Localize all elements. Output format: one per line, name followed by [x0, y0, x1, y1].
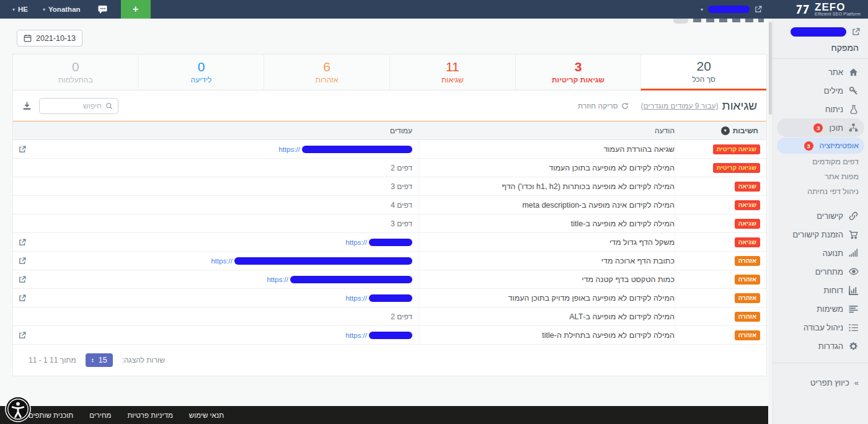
open-site-external-link-icon[interactable]	[852, 28, 860, 36]
page-url-link[interactable]: https://	[345, 332, 412, 339]
page-url-link[interactable]: https://	[278, 146, 412, 153]
pages-cell: 3 דפים	[13, 214, 418, 232]
open-page-external-link-icon[interactable]	[19, 257, 26, 265]
tab-סך הכל[interactable]: 20סך הכל	[640, 55, 766, 91]
open-page-external-link-icon[interactable]	[19, 146, 26, 153]
message-cell: המילה לקידום לא מופיעה בתוכן העמוד	[418, 159, 675, 177]
navbar-right: ▾ ZEFO Efficient SEO Platform	[701, 2, 868, 16]
tab-אזהרות[interactable]: 6אזהרות	[264, 55, 389, 91]
sidebar-item-label: משימות	[817, 304, 843, 314]
rows-per-page-select[interactable]: 15 ▲▼	[86, 353, 113, 367]
collapse-menu-button[interactable]: » כיווץ תפריט	[773, 373, 868, 392]
tab-count: 6	[323, 60, 330, 74]
open-page-external-link-icon[interactable]	[19, 294, 26, 302]
tab-שגיאות[interactable]: 11שגיאות	[389, 55, 515, 91]
page-url-link[interactable]: https://	[345, 239, 412, 246]
severity-badge: שגיאה	[735, 182, 760, 192]
severity-badge: שגיאה קריטית	[713, 163, 760, 173]
user-label: Yonathan	[48, 6, 81, 13]
url-redacted	[369, 332, 412, 339]
language-dropdown[interactable]: ▾ HE	[12, 6, 28, 13]
message-cell: שגיאה בהורדת העמוד	[418, 140, 675, 158]
chevron-down-icon: ▾	[43, 7, 45, 12]
site-name-redacted[interactable]	[708, 6, 750, 13]
tab-שגיאות קריטיות[interactable]: 3שגיאות קריטיות	[515, 55, 641, 91]
sitemap-icon	[848, 123, 859, 132]
language-label: HE	[18, 6, 28, 13]
links-icon	[848, 211, 859, 221]
accessibility-button[interactable]	[5, 396, 31, 422]
footer-link[interactable]: תנאי שימוש	[189, 412, 224, 419]
site-name-redacted[interactable]	[790, 27, 846, 37]
pages-cell: 2 דפים	[13, 159, 418, 177]
rescan-button[interactable]: סריקה חוזרת	[578, 102, 629, 110]
footer-link[interactable]: מדיניות פרטיות	[127, 412, 172, 419]
add-button[interactable]: +	[121, 0, 151, 19]
open-page-external-link-icon[interactable]	[19, 276, 26, 283]
user-dropdown[interactable]: ▾ Yonathan	[43, 6, 81, 13]
sidebar-item-ניתוח[interactable]: ניתוח	[773, 100, 868, 118]
download-icon[interactable]	[22, 101, 32, 110]
top-navbar: ▾ HE ▾ Yonathan + ▾ ZEFO Efficient SEO P…	[0, 0, 868, 19]
site-dropdown-caret-icon[interactable]: ▾	[701, 7, 703, 12]
date-picker-button[interactable]: 2021-10-13	[17, 30, 82, 46]
traffic-icon	[848, 249, 859, 257]
tab-count: 20	[696, 60, 711, 73]
page-url-link[interactable]: https://	[267, 276, 412, 283]
page-url-link[interactable]: https://	[345, 294, 412, 302]
sort-descending-icon[interactable]: ▼	[721, 126, 730, 135]
sidebar-item-קישורים[interactable]: קישורים	[773, 206, 868, 225]
sidebar-item-label: מילים	[824, 86, 843, 95]
column-header-importance[interactable]: חשיבות ▼	[675, 126, 766, 135]
sidebar-item-ניהול עבודה[interactable]: ניהול עבודה	[773, 318, 868, 337]
footer-link[interactable]: מחירים	[89, 412, 111, 419]
pages-count: 2 דפים	[391, 164, 412, 172]
sidebar-item-מילים[interactable]: מילים	[773, 81, 868, 100]
pages-count: 3 דפים	[391, 182, 412, 191]
severity-badge: אזהרה	[735, 275, 760, 285]
sidebar-item-מפות אתר[interactable]: מפות אתר	[773, 169, 868, 184]
open-page-external-link-icon[interactable]	[19, 239, 26, 246]
column-header-message[interactable]: הודעה	[418, 126, 675, 135]
zefo-logo[interactable]: ZEFO Efficient SEO Platform	[795, 2, 861, 16]
sidebar-item-הזמנת קישורים[interactable]: הזמנת קישורים	[773, 225, 868, 244]
sidebar-item-ניהול דפי נחיתה[interactable]: ניהול דפי נחיתה	[773, 184, 868, 199]
sidebar-item-תוכן[interactable]: תוכן3	[777, 118, 864, 137]
sidebar-item-label: קישורים	[817, 211, 843, 221]
search-input[interactable]	[45, 102, 102, 110]
zefo-logo-mark	[795, 4, 810, 14]
open-site-external-link-icon[interactable]	[755, 6, 762, 13]
search-icon	[105, 102, 113, 110]
importance-cell: שגיאה קריטית	[675, 140, 766, 158]
severity-badge: שגיאה קריטית	[713, 144, 760, 154]
sidebar-item-דוחות[interactable]: דוחות	[773, 281, 868, 299]
tab-count: 0	[198, 60, 205, 74]
message-cell: המילה לקידום לא מופיעה ב-title	[418, 214, 675, 232]
table-row: אזהרההמילה לקידום לא מופיעה בתחילת ה-tit…	[13, 326, 766, 345]
page-scrollbar[interactable]	[768, 19, 773, 424]
sidebar-item-דפים מקודמים[interactable]: דפים מקודמים	[773, 154, 868, 169]
sidebar-item-label: ניהול דפי נחיתה	[807, 187, 859, 196]
tab-count: 3	[575, 60, 582, 74]
scope-link[interactable]: (עבור 9 עמודים מוגדרים)	[641, 102, 719, 110]
sidebar-item-מתחרים[interactable]: מתחרים	[773, 262, 868, 281]
sidebar-item-תנועה[interactable]: תנועה	[773, 244, 868, 262]
tab-לידיעה[interactable]: 0לידיעה	[138, 55, 264, 91]
sidebar-item-אופטימיזציה[interactable]: אופטימיזציה3	[777, 138, 864, 154]
page-url-link[interactable]: https://	[211, 257, 412, 265]
chat-icon[interactable]	[98, 5, 108, 14]
importance-cell: שגיאה	[675, 214, 766, 232]
footer-link[interactable]: תוכנית שותפים	[29, 412, 73, 419]
message-cell: כתובת הדף ארוכה מדי	[418, 252, 675, 270]
scrollbar-thumb[interactable]	[769, 22, 772, 115]
importance-cell: אזהרה	[675, 289, 766, 307]
importance-cell: שגיאה	[675, 177, 766, 195]
open-page-external-link-icon[interactable]	[19, 332, 26, 339]
sidebar-item-משימות[interactable]: משימות	[773, 299, 868, 318]
sidebar-item-אתר[interactable]: אתר	[773, 63, 868, 81]
tab-בהתעלמות[interactable]: 0בהתעלמות	[13, 55, 138, 91]
url-redacted	[369, 294, 412, 302]
rows-per-page-label: שורות להצגה:	[122, 356, 165, 364]
sidebar-item-הגדרות[interactable]: הגדרות	[773, 337, 868, 355]
column-header-pages[interactable]: עמודים	[13, 126, 418, 135]
